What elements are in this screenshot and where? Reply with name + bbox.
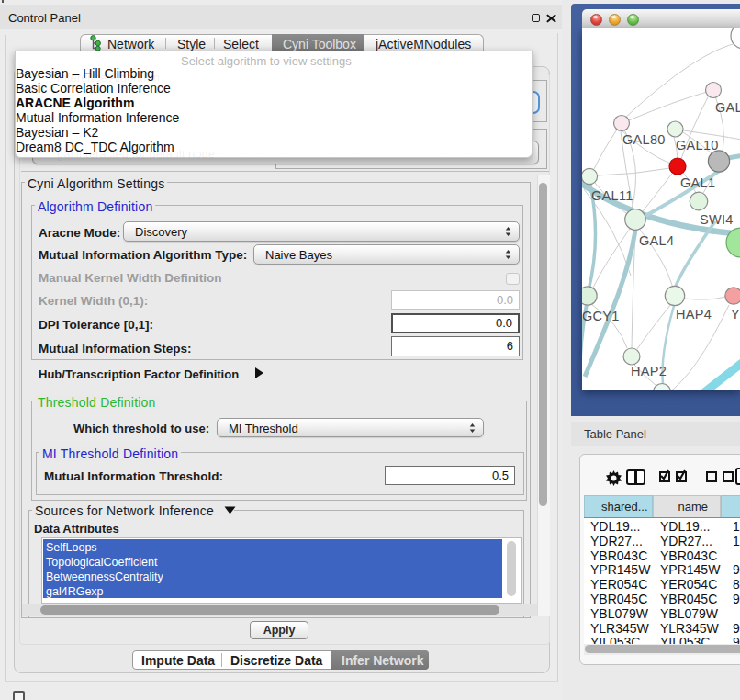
svg-text:Y: Y [731,307,740,322]
svg-text:GAL11: GAL11 [591,188,633,203]
svg-text:GCY1: GCY1 [582,309,620,323]
svg-text:GAL1: GAL1 [680,175,715,190]
svg-text:GAL10: GAL10 [676,138,719,152]
svg-text:SWI4: SWI4 [700,212,734,227]
svg-text:GAL: GAL [715,100,740,115]
svg-text:GAL80: GAL80 [622,132,666,147]
svg-text:HAP4: HAP4 [676,307,712,322]
svg-text:GAL4: GAL4 [639,233,674,248]
svg-text:HAP2: HAP2 [631,364,667,378]
